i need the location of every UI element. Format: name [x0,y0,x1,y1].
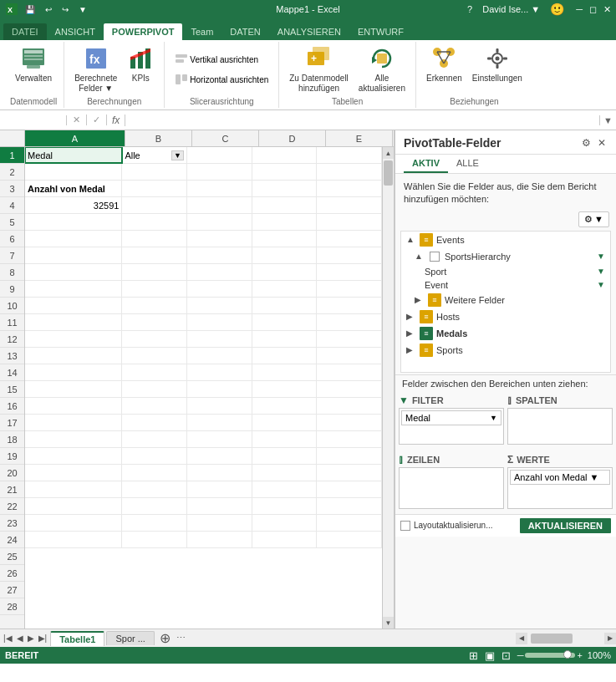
col-header-b[interactable]: B [125,130,192,146]
minimize-button[interactable]: ─ [576,4,583,14]
h-scroll-track[interactable] [527,633,604,644]
cell-e1[interactable] [317,147,382,163]
zoom-plus[interactable]: + [577,650,582,660]
einstellungen-button[interactable]: Einstellungen [469,43,526,85]
h-scroll-left-btn[interactable]: ◀ [516,633,527,644]
cell-d3[interactable] [252,181,318,196]
field-medals[interactable]: ▶ ≡ Medals [401,325,610,342]
field-event[interactable]: Event ▼ [401,278,610,292]
page-layout-icon[interactable]: ▣ [485,649,495,662]
cell-e4[interactable] [317,197,382,213]
layout-checkbox[interactable] [400,521,410,531]
werte-dropdown[interactable]: Anzahl von Medal ▼ [510,470,610,485]
kpis-button[interactable]: KPIs [124,43,157,85]
events-expander[interactable]: ▲ [406,235,416,244]
tab-team[interactable]: Team [182,23,221,40]
cell-c3[interactable] [187,181,252,196]
vertikal-button[interactable]: Vertikal ausrichten [171,51,262,68]
filter-box[interactable]: Medal ▼ [399,408,504,445]
field-events[interactable]: ▲ ≡ Events [401,232,610,248]
cell-b1[interactable]: Alle ▼ [122,147,187,163]
sheet-nav-next[interactable]: ▶ [26,634,36,643]
sheet-options-btn[interactable]: ⋯ [174,633,188,644]
tab-analysieren[interactable]: ANALYSIEREN [269,23,349,40]
pivot-field-list[interactable]: ▲ ≡ Events ▲ SportsHierarchy ▼ Sport ▼ E… [400,231,611,373]
sheet-nav-first[interactable]: |◀ [2,634,14,643]
formula-bar-confirm[interactable]: ✓ [87,115,107,125]
cell-e3[interactable] [317,181,382,196]
redo-icon[interactable]: ↪ [59,4,72,15]
tab-daten[interactable]: DATEN [221,23,268,40]
tab-ansicht[interactable]: ANSICHT [47,23,104,40]
add-sheet-btn[interactable]: ⊕ [156,630,174,646]
col-header-d[interactable]: D [259,130,326,146]
berechnete-felder-button[interactable]: fx BerechneteFelder ▼ [71,43,120,95]
weitere-expander[interactable]: ▶ [415,295,425,304]
sh-expander[interactable]: ▲ [415,252,425,261]
hosts-expander[interactable]: ▶ [406,312,416,321]
dropdown-btn[interactable]: ▼ [171,150,184,160]
zoom-minus[interactable]: ─ [517,650,524,660]
sheet-nav-last[interactable]: ▶| [37,634,49,643]
tab-datei[interactable]: DATEI [3,23,47,40]
col-header-a[interactable]: A [25,130,125,146]
cell-c1[interactable] [187,147,252,163]
formula-bar-cancel[interactable]: ✕ [67,115,87,125]
quick-access-dropdown[interactable]: ▼ [75,4,90,15]
aktualisieren-btn[interactable]: AKTUALISIEREN [520,518,611,533]
cell-a1[interactable]: Medal [25,147,122,163]
field-hosts[interactable]: ▶ ≡ Hosts [401,308,610,325]
cell-d2[interactable] [252,164,318,180]
zoom-track[interactable] [525,653,575,658]
aktualisieren-button[interactable]: Alleaktualisieren [355,43,409,95]
cell-c4[interactable] [187,197,252,213]
page-break-icon[interactable]: ⊡ [501,649,511,662]
h-scroll[interactable]: ◀ ▶ [516,633,616,644]
vertical-scrollbar[interactable]: ▲ ▼ [382,147,394,629]
medals-expander[interactable]: ▶ [406,328,416,338]
cell-a4[interactable]: 32591 [25,197,122,213]
table-view-icon[interactable]: ⊞ [469,649,478,662]
user-info[interactable]: David Ise... ▼ [479,4,543,14]
sheet-nav-prev[interactable]: ◀ [15,634,25,643]
cell-a2[interactable] [25,164,122,180]
cell-b4[interactable] [122,197,187,213]
sports-expander[interactable]: ▶ [406,345,416,354]
spalten-box[interactable] [507,408,613,445]
pivot-close-btn[interactable]: ✕ [596,135,608,150]
help-button[interactable]: ? [467,4,472,14]
field-sportshierarchy[interactable]: ▲ SportsHierarchy ▼ [401,248,610,265]
sheet-tab-1[interactable]: Tabelle1 [50,631,104,646]
cell-b2[interactable] [122,164,187,180]
name-box[interactable]: A1 [0,115,67,125]
scroll-track[interactable] [383,159,394,617]
tab-powerpivot[interactable]: POWERPIVOT [104,23,183,40]
field-sport[interactable]: Sport ▼ [401,265,610,278]
werte-box[interactable]: Anzahl von Medal ▼ [507,467,613,509]
scroll-down-btn[interactable]: ▼ [383,617,394,629]
cell-d4[interactable] [252,197,318,213]
tab-entwurf[interactable]: ENTWURF [349,23,412,40]
hinzufuegen-button[interactable]: + Zu Datenmodellhinzufügen [286,43,352,95]
cell-a3[interactable]: Anzahl von Medal [25,181,122,196]
zeilen-box[interactable] [399,467,504,509]
h-scroll-right-btn[interactable]: ▶ [604,633,616,644]
formula-text-input[interactable]: Medal [130,115,594,125]
scroll-up-btn[interactable]: ▲ [383,147,394,159]
sheet-tab-2[interactable]: Spor ... [106,631,154,645]
filter-arrow[interactable]: ▼ [490,414,497,422]
col-header-c[interactable]: C [192,130,259,146]
field-sports[interactable]: ▶ ≡ Sports [401,342,610,359]
formula-input[interactable]: Medal [125,115,599,125]
pivot-tab-aktiv[interactable]: AKTIV [404,155,448,173]
cell-b3[interactable] [122,181,187,196]
save-icon[interactable]: 💾 [22,4,38,15]
undo-icon[interactable]: ↩ [42,4,55,15]
pivot-tab-alle[interactable]: ALLE [448,155,487,173]
horizontal-button[interactable]: Horizontal ausrichten [171,71,272,88]
field-weitere[interactable]: ▶ ≡ Weitere Felder [401,292,610,308]
cell-c2[interactable] [187,164,252,180]
cell-d1[interactable] [252,147,318,163]
formula-bar-expand[interactable]: ▼ [599,115,616,125]
pivot-gear-btn[interactable]: ⚙ ▼ [578,211,609,227]
